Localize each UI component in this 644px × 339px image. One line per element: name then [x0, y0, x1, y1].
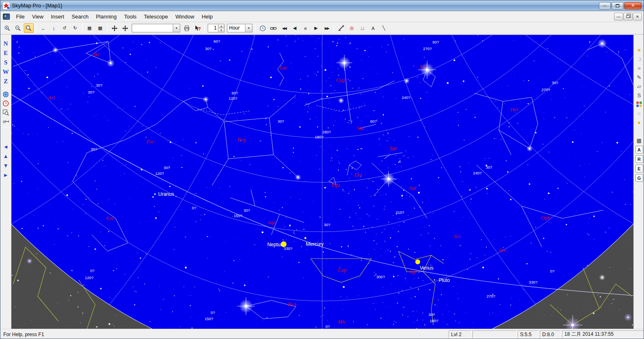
globe-view-icon[interactable] — [1, 90, 11, 99]
track-object-button[interactable] — [120, 23, 130, 33]
angle-tool-button[interactable] — [336, 23, 346, 33]
bright-star — [203, 96, 209, 102]
bright-star — [403, 78, 410, 84]
map-area[interactable]: UranusNeptuneMercuryVenusPluto60?30?60?2… — [11, 35, 633, 329]
menu-planning[interactable]: Planning — [92, 12, 121, 21]
sidebar-separator — [2, 88, 10, 88]
menu-telescope[interactable]: Telescope — [140, 12, 172, 21]
stars-bright-icon[interactable]: ● — [635, 118, 644, 127]
bright-star — [338, 97, 344, 103]
stop-button[interactable]: ■ — [300, 23, 310, 33]
draw-icon[interactable]: ✎ — [635, 73, 644, 82]
play-button[interactable]: ▶ — [311, 23, 321, 33]
boundaries-icon[interactable]: ▱ — [635, 82, 644, 91]
time-dialog-icon[interactable] — [1, 99, 11, 108]
satellites-icon[interactable]: S — [635, 91, 644, 100]
layer-g-button[interactable]: G — [635, 174, 643, 182]
menu-file[interactable]: File — [12, 12, 28, 21]
menu-help[interactable]: Help — [198, 12, 216, 21]
scroll-left-button[interactable]: ◄ — [3, 142, 9, 151]
scroll-right-button[interactable]: ► — [3, 170, 9, 180]
maximize-icon — [616, 4, 619, 7]
step-backward-button[interactable]: ◀ — [290, 23, 300, 33]
direction-s-button[interactable]: S — [4, 58, 7, 67]
toolbar-separator — [36, 24, 36, 33]
direction-e-button[interactable]: E — [4, 48, 8, 58]
zoom-region-button[interactable] — [24, 23, 34, 33]
object-combo-value — [132, 24, 173, 32]
mdi-minimize-button[interactable]: — — [614, 13, 623, 21]
minimize-button[interactable]: — — [599, 2, 611, 9]
table-view-button[interactable]: ▦ — [85, 23, 94, 33]
rotate-cw-button[interactable]: ↻ — [70, 23, 80, 33]
coordinate-grid-icon[interactable]: ▦ — [635, 136, 644, 145]
svg-text:30?: 30? — [243, 208, 250, 213]
scroll-down-button[interactable]: ▼ — [3, 161, 9, 170]
svg-text:Vul: Vul — [357, 125, 364, 131]
target-tool-button[interactable]: ◎ — [347, 23, 357, 33]
maximize-button[interactable] — [612, 2, 623, 9]
skymap-window: SkyMap Pro - [Map1] — ✕ FileViewInsertSe… — [0, 0, 644, 339]
menu-insert[interactable]: Insert — [47, 12, 68, 21]
svg-text:0?: 0? — [325, 324, 330, 329]
fast-backward-button[interactable]: ◀◀ — [279, 23, 289, 33]
svg-text:0?: 0? — [90, 268, 95, 273]
mdi-close-button[interactable]: ✕ — [633, 13, 642, 21]
zoom-in-button[interactable] — [2, 23, 12, 33]
object-combo[interactable]: ▼ — [132, 24, 180, 32]
direction-w-button[interactable]: W — [3, 67, 9, 77]
line-tool-button[interactable]: ╲ — [379, 23, 389, 33]
spin-up-button[interactable]: ▲ — [218, 24, 224, 28]
layer-e-button[interactable]: E — [635, 165, 643, 172]
app-icon — [2, 2, 10, 9]
menu-bar: FileViewInsertSearchPlanningToolsTelesco… — [0, 11, 644, 22]
spin-down-button[interactable]: ▼ — [218, 28, 224, 32]
center-view-button[interactable] — [110, 23, 119, 33]
menu-window[interactable]: Window — [172, 12, 198, 21]
svg-text:Sge: Sge — [390, 145, 397, 151]
print-button[interactable] — [182, 23, 192, 33]
time-step-unit[interactable]: Hour▼ — [227, 24, 252, 32]
mdi-document-icon[interactable] — [3, 14, 10, 20]
layer-r-button[interactable]: R — [635, 155, 643, 163]
svg-text:Oph: Oph — [541, 215, 550, 221]
direction-n-button[interactable]: N — [4, 39, 8, 48]
text-tool-button[interactable]: A — [368, 23, 378, 33]
close-button[interactable]: ✕ — [624, 2, 642, 9]
chart-view-button[interactable]: ▩ — [95, 23, 105, 33]
moon-icon[interactable]: ☽ — [635, 55, 644, 64]
layer-a-button[interactable]: A — [635, 146, 643, 153]
zoom-out-button[interactable] — [13, 23, 23, 33]
svg-text:Tri: Tri — [93, 51, 100, 57]
svg-text:150?: 150? — [204, 316, 213, 321]
status-empty-cell — [472, 330, 517, 338]
chevron-down-icon[interactable]: ▼ — [173, 24, 180, 32]
time-step-value[interactable]: 1▲▼ — [208, 24, 225, 32]
chevron-down-icon[interactable]: ▼ — [245, 24, 252, 32]
menu-tools[interactable]: Tools — [120, 12, 140, 21]
scroll-up-button[interactable]: ▲ — [3, 151, 9, 161]
direction-z-button[interactable]: Z — [4, 77, 8, 86]
stars-dim-icon[interactable]: ○ — [635, 109, 644, 118]
flip-horizontal-button[interactable]: ↔ — [38, 23, 48, 33]
svg-text:0?: 0? — [211, 310, 215, 315]
link-real-time-button[interactable] — [268, 23, 278, 33]
svg-text:Mic: Mic — [337, 318, 346, 325]
finder-window-icon[interactable] — [1, 108, 11, 117]
svg-text:0?: 0? — [550, 269, 555, 273]
menu-search[interactable]: Search — [68, 12, 92, 21]
set-time-button[interactable] — [258, 23, 268, 33]
field-width-icon[interactable]: 0 — [1, 117, 11, 126]
svg-text:Lac: Lac — [279, 64, 288, 71]
mdi-restore-button[interactable] — [623, 13, 633, 21]
sky-map[interactable]: UranusNeptuneMercuryVenusPluto60?30?60?2… — [11, 35, 633, 329]
sun-icon[interactable]: ☀ — [635, 46, 644, 55]
menu-view[interactable]: View — [28, 12, 47, 21]
comets-icon[interactable]: ≈ — [635, 64, 644, 73]
rotate-ccw-button[interactable]: ↺ — [60, 23, 69, 33]
deep-sky-icon[interactable] — [635, 100, 644, 109]
fast-forward-button[interactable]: ▶▶ — [322, 23, 332, 33]
flip-vertical-button[interactable]: ↕ — [49, 23, 59, 33]
context-help-button[interactable]: ? — [193, 23, 202, 33]
rectangle-tool-button[interactable]: □ — [358, 23, 367, 33]
